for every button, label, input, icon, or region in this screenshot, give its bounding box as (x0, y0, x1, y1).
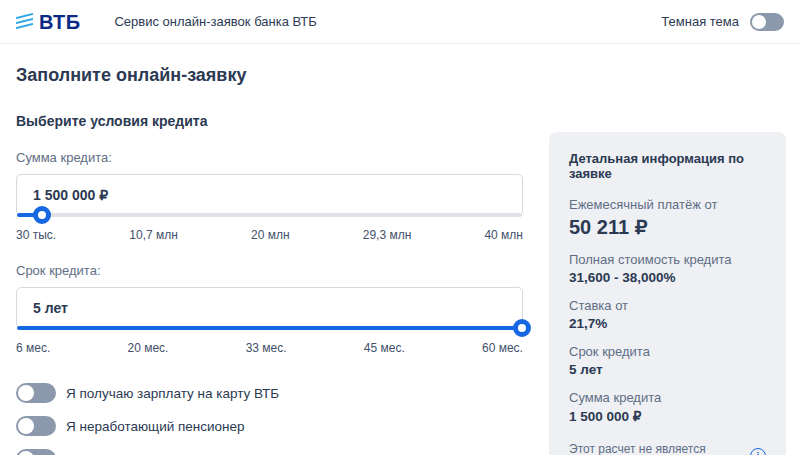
detail-value: 31,600 - 38,000% (569, 270, 766, 285)
age-toggle-label: Мне от 19 до 22 полных лет (66, 452, 241, 455)
term-tick: 20 мес. (127, 341, 168, 355)
amount-scale: 30 тыс. 10,7 млн 20 млн 29,3 млн 40 млн (16, 228, 523, 242)
main-content: Заполните онлайн-заявку Выберите условия… (0, 65, 800, 455)
detail-value: 5 лет (569, 362, 766, 377)
toggle-knob (18, 451, 34, 455)
amount-tick: 30 тыс. (16, 228, 56, 242)
detail-rate: Ставка от 21,7% (569, 298, 766, 331)
info-icon[interactable]: i (750, 448, 766, 455)
toggle-knob (18, 418, 34, 434)
detail-label: Полная стоимость кредита (569, 252, 766, 267)
toggle-row-pensioner: Я неработающий пенсионер (16, 416, 523, 436)
term-slider-thumb[interactable] (513, 319, 531, 337)
theme-toggle-knob (752, 15, 766, 29)
age-toggle[interactable] (16, 449, 56, 455)
vtb-flag-icon (16, 12, 33, 28)
amount-value: 1 500 000 ₽ (17, 175, 522, 203)
detail-amount: Сумма кредита 1 500 000 ₽ (569, 390, 766, 424)
salary-card-toggle-label: Я получаю зарплату на карту ВТБ (66, 386, 279, 401)
detail-label: Ставка от (569, 298, 766, 313)
term-tick: 6 мес. (16, 341, 50, 355)
toggle-row-salary: Я получаю зарплату на карту ВТБ (16, 383, 523, 403)
brand-text: ВТБ (39, 12, 80, 32)
term-tick: 45 мес. (364, 341, 405, 355)
amount-tick: 20 млн (251, 228, 290, 242)
term-value: 5 лет (17, 288, 522, 316)
options-toggles: Я получаю зарплату на карту ВТБ Я нерабо… (16, 383, 523, 455)
detail-value: 1 500 000 ₽ (569, 408, 766, 424)
term-tick: 33 мес. (246, 341, 287, 355)
detail-value: 21,7% (569, 316, 766, 331)
service-title: Сервис онлайн-заявок банка ВТБ (114, 14, 316, 29)
pensioner-toggle-label: Я неработающий пенсионер (66, 419, 245, 434)
offer-disclaimer: Этот расчет не является публичной оферто… (569, 442, 766, 455)
loan-form: Выберите условия кредита Сумма кредита: … (16, 113, 523, 455)
detail-full-cost: Полная стоимость кредита 31,600 - 38,000… (569, 252, 766, 285)
toggle-row-age: Мне от 19 до 22 полных лет (16, 449, 523, 455)
vtb-logo[interactable]: ВТБ (16, 12, 80, 32)
amount-tick: 29,3 млн (363, 228, 412, 242)
detail-term: Срок кредита 5 лет (569, 344, 766, 377)
theme-toggle[interactable] (750, 13, 784, 31)
detail-monthly-payment: Ежемесячный платёж от 50 211 ₽ (569, 197, 766, 239)
amount-tick: 10,7 млн (129, 228, 178, 242)
detail-value: 50 211 ₽ (569, 215, 766, 239)
pensioner-toggle[interactable] (16, 416, 56, 436)
toggle-knob (18, 385, 34, 401)
section-title: Выберите условия кредита (16, 113, 523, 129)
term-slider-track[interactable] (17, 326, 522, 330)
amount-slider-thumb[interactable] (33, 206, 51, 224)
salary-card-toggle[interactable] (16, 383, 56, 403)
term-slider-fill (17, 326, 522, 330)
term-label: Срок кредита: (16, 263, 523, 278)
term-scale: 6 мес. 20 мес. 33 мес. 45 мес. 60 мес. (16, 341, 523, 355)
amount-tick: 40 млн (484, 228, 523, 242)
page-title: Заполните онлайн-заявку (16, 65, 784, 86)
theme-switcher: Темная тема (661, 13, 784, 31)
theme-toggle-label: Темная тема (661, 14, 739, 29)
detail-label: Срок кредита (569, 344, 766, 359)
term-input[interactable]: 5 лет (16, 287, 523, 329)
detail-label: Сумма кредита (569, 390, 766, 405)
details-panel: Детальная информация по заявке Ежемесячн… (549, 132, 786, 455)
amount-slider-track[interactable] (17, 213, 522, 217)
details-panel-title: Детальная информация по заявке (569, 151, 766, 181)
amount-input[interactable]: 1 500 000 ₽ (16, 174, 523, 216)
detail-label: Ежемесячный платёж от (569, 197, 766, 212)
term-tick: 60 мес. (482, 341, 523, 355)
offer-disclaimer-text: Этот расчет не является публичной оферто… (569, 442, 742, 455)
amount-label: Сумма кредита: (16, 150, 523, 165)
header: ВТБ Сервис онлайн-заявок банка ВТБ Темна… (0, 0, 800, 44)
